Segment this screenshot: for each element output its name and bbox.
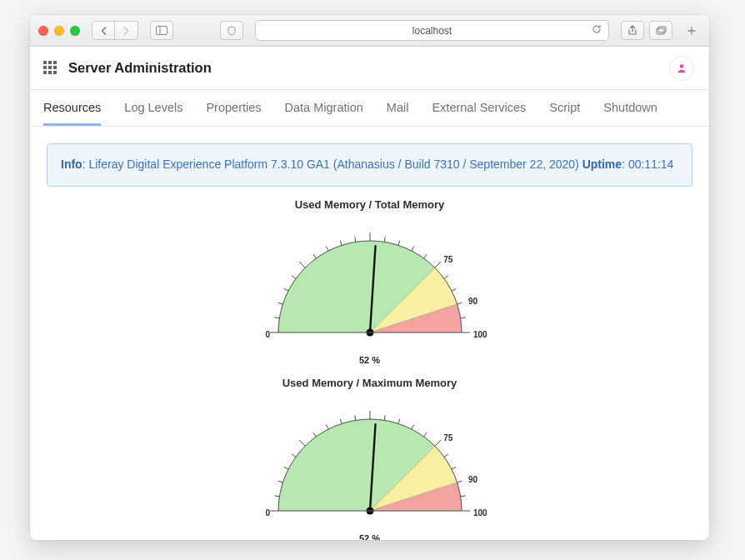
new-tab-button[interactable] [682, 26, 701, 36]
svg-line-22 [452, 288, 456, 291]
gauge-wrap: 07590100 [253, 216, 487, 349]
tabs-icon [656, 26, 667, 35]
forward-button[interactable] [115, 21, 138, 40]
svg-line-6 [274, 318, 279, 318]
svg-line-19 [423, 254, 427, 258]
svg-line-47 [423, 432, 427, 437]
sidebar-icon [156, 26, 168, 35]
chevron-right-icon [122, 27, 130, 35]
svg-line-12 [326, 246, 328, 250]
minimize-window-button[interactable] [54, 26, 64, 36]
info-version-text: : Liferay Digital Experience Platform 7.… [82, 158, 582, 171]
svg-line-9 [292, 276, 296, 279]
app-grid-icon[interactable] [43, 61, 58, 76]
svg-text:0: 0 [265, 508, 270, 518]
chevron-left-icon [100, 27, 108, 35]
gauge-value-label: 52 % [47, 355, 692, 365]
tab-loglevels[interactable]: Log Levels [124, 92, 182, 126]
reader-button[interactable] [220, 21, 243, 40]
svg-line-34 [274, 496, 279, 497]
svg-rect-3 [658, 27, 666, 32]
tab-datamigration[interactable]: Data Migration [285, 92, 363, 126]
svg-line-49 [443, 454, 448, 458]
svg-text:100: 100 [473, 330, 487, 339]
svg-line-18 [411, 246, 413, 250]
svg-line-42 [354, 415, 355, 420]
reload-icon [592, 24, 602, 34]
svg-line-20 [434, 262, 440, 268]
uptime-label: Uptime [582, 158, 622, 171]
svg-line-38 [299, 440, 305, 446]
svg-line-52 [460, 496, 465, 497]
close-window-button[interactable] [38, 26, 48, 36]
reload-button[interactable] [592, 24, 602, 37]
svg-rect-2 [657, 28, 664, 34]
page-header: Server Administration [30, 47, 709, 90]
browser-titlebar: localhost [30, 15, 709, 47]
svg-line-45 [398, 418, 399, 423]
gauges-container: Used Memory / Total Memory0759010052 %Us… [47, 198, 692, 540]
share-button[interactable] [621, 21, 644, 40]
gauge-chart: 07590100 [253, 394, 487, 528]
svg-text:75: 75 [443, 432, 453, 442]
tab-script[interactable]: Script [549, 92, 580, 126]
svg-line-41 [340, 418, 342, 423]
info-box: Info: Liferay Digital Experience Platfor… [47, 143, 692, 187]
svg-line-40 [326, 424, 328, 428]
svg-text:100: 100 [473, 508, 487, 518]
svg-line-21 [443, 276, 448, 279]
svg-line-39 [312, 432, 316, 437]
back-button[interactable] [92, 21, 115, 40]
plus-icon [687, 26, 697, 36]
tab-mail[interactable]: Mail [387, 92, 409, 126]
address-bar-url: localhost [412, 25, 452, 37]
gauge-wrap: 07590100 [253, 394, 487, 528]
svg-line-11 [312, 254, 316, 258]
browser-window: localhost Server Administration Resource… [30, 15, 709, 540]
tab-shutdown[interactable]: Shutdown [603, 92, 658, 126]
svg-line-46 [411, 424, 413, 428]
tab-bar: ResourcesLog LevelsPropertiesData Migrat… [30, 90, 709, 127]
page-title: Server Administration [68, 60, 212, 76]
gauge-title: Used Memory / Total Memory [47, 198, 692, 211]
svg-line-17 [398, 240, 399, 245]
sidebar-toggle-button[interactable] [150, 21, 173, 40]
svg-line-50 [452, 467, 456, 469]
svg-line-24 [460, 318, 465, 318]
address-bar[interactable]: localhost [255, 20, 609, 41]
svg-point-4 [680, 64, 684, 68]
gauge-block-0: Used Memory / Total Memory0759010052 % [47, 198, 692, 365]
shield-icon [227, 26, 237, 36]
svg-line-7 [278, 302, 282, 304]
svg-line-8 [283, 288, 288, 291]
svg-line-13 [340, 240, 342, 245]
tab-resources[interactable]: Resources [43, 92, 101, 126]
gauge-title: Used Memory / Maximum Memory [47, 377, 692, 389]
svg-text:0: 0 [265, 330, 270, 339]
svg-line-51 [457, 481, 462, 482]
svg-text:90: 90 [468, 475, 478, 484]
user-avatar[interactable] [669, 56, 694, 81]
nav-back-forward [92, 21, 138, 40]
svg-line-23 [457, 302, 462, 304]
svg-line-10 [299, 262, 305, 268]
info-label: Info [61, 158, 82, 171]
share-icon [628, 25, 638, 36]
svg-text:75: 75 [443, 254, 453, 263]
svg-line-35 [278, 481, 282, 482]
tabs-button[interactable] [649, 21, 672, 40]
svg-line-37 [292, 454, 296, 458]
tab-properties[interactable]: Properties [206, 92, 261, 126]
svg-text:90: 90 [468, 297, 478, 306]
uptime-value: : 00:11:14 [622, 158, 673, 171]
tab-external[interactable]: External Services [432, 92, 526, 126]
gauge-value-label: 52 % [47, 533, 692, 540]
zoom-window-button[interactable] [70, 26, 80, 36]
svg-line-36 [283, 467, 288, 469]
window-controls [38, 26, 80, 36]
svg-line-44 [384, 415, 385, 420]
user-icon [676, 62, 688, 74]
svg-rect-0 [157, 27, 168, 35]
svg-line-48 [434, 440, 440, 446]
titlebar-right [621, 21, 672, 40]
